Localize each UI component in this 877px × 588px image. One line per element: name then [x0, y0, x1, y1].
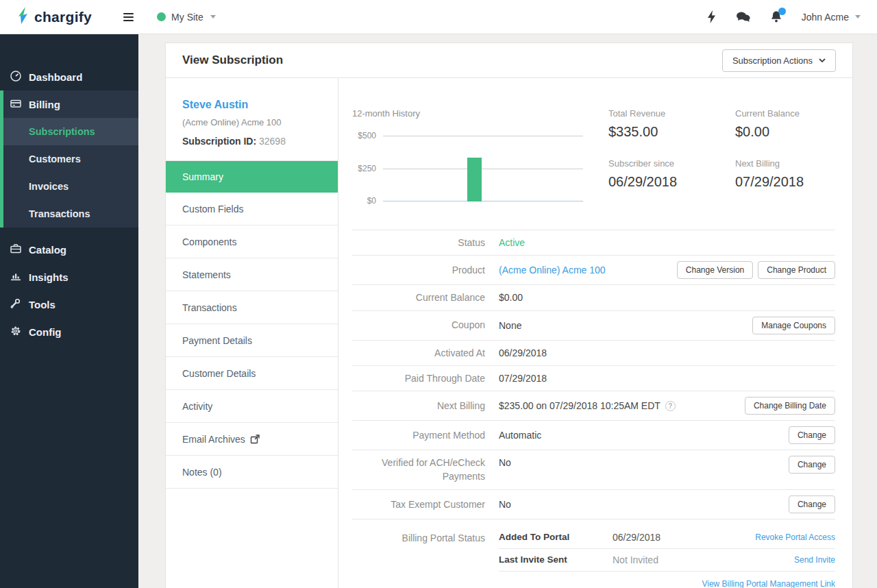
- change-payment-method-button[interactable]: Change: [789, 426, 835, 444]
- subscription-product: (Acme Online) Acme 100: [182, 117, 321, 127]
- chart-y-axis: $500 $250 $0: [352, 135, 383, 201]
- product-link[interactable]: (Acme Online) Acme 100: [499, 265, 606, 275]
- subscription-tabs: Summary Custom Fields Components Stateme…: [166, 160, 338, 489]
- chat-icon[interactable]: [736, 11, 751, 23]
- sidebar-item-dashboard[interactable]: Dashboard: [0, 63, 138, 90]
- chart-bar-slot: [433, 135, 449, 201]
- top-bar: chargify My Site: [0, 0, 877, 34]
- chart-bar-slot: [517, 135, 533, 201]
- revoke-portal-access-link[interactable]: Revoke Portal Access: [755, 532, 835, 542]
- chart-bar-slot: [449, 135, 466, 201]
- row-coupon: Coupon None Manage Coupons: [352, 311, 835, 341]
- chargify-logo-icon: [16, 6, 29, 27]
- tab-email-archives[interactable]: Email Archives: [166, 423, 338, 456]
- chart-bar-slot: [383, 135, 399, 201]
- sidebar-item-invoices[interactable]: Invoices: [3, 173, 138, 200]
- subscription-actions-button[interactable]: Subscription Actions: [722, 49, 836, 72]
- row-payment-method: Payment Method Automatic Change: [352, 421, 835, 450]
- briefcase-icon: [10, 243, 22, 257]
- sidebar: Dashboard Billing Subscriptions Customer…: [0, 34, 138, 588]
- tab-transactions[interactable]: Transactions: [166, 291, 338, 324]
- sidebar-item-insights[interactable]: Insights: [0, 263, 138, 291]
- manage-coupons-button[interactable]: Manage Coupons: [752, 317, 835, 334]
- row-billing-portal: Billing Portal Status Added To Portal 06…: [352, 519, 835, 588]
- chevron-down-icon: [819, 58, 826, 63]
- chart-bar-slot: [533, 135, 549, 201]
- change-version-button[interactable]: Change Version: [677, 261, 753, 279]
- row-paid-through: Paid Through Date 07/29/2018: [352, 366, 835, 391]
- card-header: View Subscription Subscription Actions: [166, 43, 852, 78]
- stat-total-revenue: Total Revenue $335.00: [608, 108, 735, 140]
- chart-title: 12-month History: [352, 108, 608, 119]
- sidebar-item-subscriptions[interactable]: Subscriptions: [3, 118, 138, 145]
- user-menu[interactable]: John Acme: [802, 12, 861, 23]
- chart-bar-slot: [417, 135, 433, 201]
- change-product-button[interactable]: Change Product: [758, 261, 835, 279]
- portal-invite-row: Last Invite Sent Not Invited Send Invite: [499, 549, 835, 572]
- row-next-billing: Next Billing $235.00 on 07/29/2018 10:25…: [352, 391, 835, 421]
- tab-activity[interactable]: Activity: [166, 390, 338, 423]
- subscription-details-table: Status Active Product (Acme Online) Acme…: [352, 230, 835, 588]
- site-status-dot: [157, 12, 166, 21]
- row-status: Status Active: [352, 230, 835, 256]
- wrench-icon: [10, 297, 22, 312]
- change-billing-date-button[interactable]: Change Billing Date: [745, 397, 835, 415]
- tab-payment-details[interactable]: Payment Details: [166, 324, 338, 357]
- chart-bar: [467, 158, 482, 201]
- row-ach-verified: Verified for ACH/eCheck Payments No Chan…: [352, 450, 835, 490]
- logo-text: chargify: [34, 9, 92, 25]
- row-tax-exempt: Tax Exempt Customer No Change: [352, 490, 835, 519]
- sidebar-billing-group: Billing Subscriptions Customers Invoices…: [0, 90, 138, 228]
- summary-content: 12-month History $500 $250 $0: [338, 78, 852, 588]
- sidebar-item-catalog[interactable]: Catalog: [0, 236, 138, 263]
- sidebar-item-transactions[interactable]: Transactions: [3, 200, 138, 228]
- quick-actions-icon[interactable]: [706, 10, 717, 24]
- gauge-icon: [10, 70, 22, 84]
- notifications-bell-icon[interactable]: [770, 10, 782, 23]
- customer-name-link[interactable]: Steve Austin: [182, 99, 321, 111]
- tab-statements[interactable]: Statements: [166, 258, 338, 291]
- sidebar-item-customers[interactable]: Customers: [3, 145, 138, 173]
- tab-customer-details[interactable]: Customer Details: [166, 357, 338, 390]
- hamburger-menu-icon[interactable]: [121, 10, 136, 24]
- subscription-subnav: Steve Austin (Acme Online) Acme 100 Subs…: [166, 78, 338, 588]
- tab-summary[interactable]: Summary: [166, 161, 338, 193]
- stat-current-balance: Current Balance $0.00: [735, 108, 862, 140]
- stat-subscriber-since: Subscriber since 06/29/2018: [608, 158, 735, 190]
- help-icon[interactable]: ?: [665, 401, 676, 411]
- site-name: My Site: [171, 12, 203, 23]
- chevron-down-icon: [855, 15, 861, 19]
- chargify-logo[interactable]: chargify: [16, 6, 92, 27]
- external-link-icon: [250, 434, 260, 444]
- user-name: John Acme: [802, 12, 849, 23]
- site-selector[interactable]: My Site: [157, 12, 216, 23]
- credit-card-icon: [10, 97, 22, 112]
- revenue-chart: 12-month History $500 $250 $0: [352, 108, 608, 201]
- tab-components[interactable]: Components: [166, 225, 338, 258]
- sidebar-item-tools[interactable]: Tools: [0, 291, 138, 318]
- subscription-card: View Subscription Subscription Actions S…: [165, 42, 853, 588]
- sidebar-item-billing[interactable]: Billing: [3, 90, 138, 118]
- send-invite-link[interactable]: Send Invite: [794, 555, 835, 565]
- chart-bar-slot: [399, 135, 416, 201]
- bar-chart-icon: [10, 270, 22, 284]
- chart-bar-slot: [467, 135, 483, 201]
- chart-bar-slot: [499, 135, 516, 201]
- chart-bar-slot: [567, 135, 583, 201]
- tab-custom-fields[interactable]: Custom Fields: [166, 193, 338, 225]
- page-title: View Subscription: [182, 53, 283, 67]
- main-area: View Subscription Subscription Actions S…: [138, 34, 877, 588]
- subscription-id: Subscription ID: 32698: [182, 136, 321, 147]
- tab-notes[interactable]: Notes (0): [166, 456, 338, 489]
- chart-plot: [383, 135, 583, 201]
- change-ach-button[interactable]: Change: [789, 456, 835, 474]
- view-billing-portal-link[interactable]: View Billing Portal Management Link: [702, 579, 835, 588]
- row-activated-at: Activated At 06/29/2018: [352, 341, 835, 366]
- portal-added-row: Added To Portal 06/29/2018 Revoke Portal…: [499, 526, 835, 549]
- gear-icon: [10, 325, 22, 339]
- change-tax-exempt-button[interactable]: Change: [789, 495, 835, 513]
- row-product: Product (Acme Online) Acme 100 Change Ve…: [352, 256, 835, 285]
- status-value: Active: [499, 237, 525, 248]
- sidebar-item-config[interactable]: Config: [0, 318, 138, 345]
- chevron-down-icon: [210, 15, 216, 19]
